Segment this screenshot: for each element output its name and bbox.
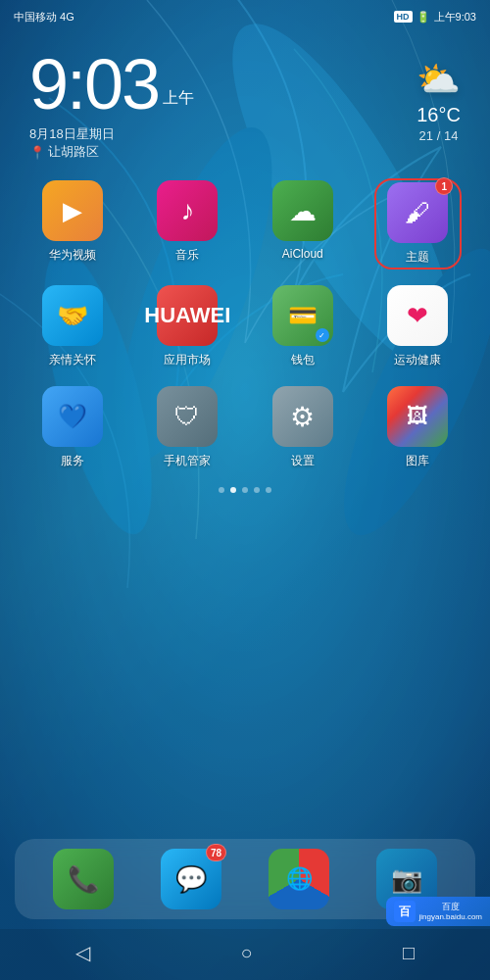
battery-icon: 🔋	[416, 11, 430, 24]
clock-weather-widget: 9:03上午 8月18日星期日 📍 让胡路区 ⛅ 16°C 21 / 14	[0, 29, 490, 171]
messaging-icon: 💬 78	[161, 849, 221, 909]
family-label: 亲情关怀	[49, 352, 96, 368]
app-wallet[interactable]: 💳 ✓ 钱包	[261, 285, 344, 368]
app-row-2: 🤝 亲情关怀 HUAWEI 应用市场 💳 ✓ 钱包	[15, 285, 475, 368]
pagination-dots	[15, 487, 475, 493]
apps-section: ▶ 华为视频 ♪ 音乐 ☁ AiCloud 🖌 1	[0, 171, 490, 839]
gallery-label: 图库	[406, 453, 429, 469]
clock-area: 9:03上午 8月18日星期日 📍 让胡路区	[29, 49, 194, 161]
clock-time-display: 9:03上午	[29, 49, 194, 120]
theme-badge: 1	[435, 177, 453, 195]
family-icon: 🤝	[42, 285, 103, 346]
app-aicloud[interactable]: ☁ AiCloud	[261, 180, 344, 268]
weather-cloud-icon: ⛅	[416, 59, 461, 100]
service-label: 服务	[61, 453, 84, 469]
weather-widget: ⛅ 16°C 21 / 14	[416, 49, 461, 143]
gallery-icon: 🖼	[387, 386, 448, 447]
app-appmarket[interactable]: HUAWEI 应用市场	[146, 285, 229, 368]
appmarket-icon: HUAWEI	[157, 285, 218, 346]
health-label: 运动健康	[394, 352, 441, 368]
app-music[interactable]: ♪ 音乐	[146, 180, 229, 268]
app-service[interactable]: 💙 服务	[30, 386, 114, 469]
time-label: 上午9:03	[434, 10, 476, 24]
health-icon: ❤	[387, 285, 448, 346]
music-icon: ♪	[157, 180, 218, 241]
aicloud-icon: ☁	[272, 180, 333, 241]
huawei-video-label: 华为视频	[49, 247, 96, 264]
app-theme[interactable]: 🖌 1 主题	[376, 180, 460, 268]
app-row-1: ▶ 华为视频 ♪ 音乐 ☁ AiCloud 🖌 1	[15, 180, 475, 268]
baidu-logo: 百	[399, 904, 411, 920]
dot-5	[266, 487, 271, 493]
dot-3	[242, 487, 248, 493]
navigation-bar: ◁ ○ □	[0, 929, 490, 980]
aicloud-label: AiCloud	[282, 247, 323, 261]
settings-label: 设置	[291, 453, 315, 469]
weather-temperature: 16°C	[416, 104, 461, 126]
location-pin-icon: 📍	[29, 145, 45, 160]
dock-phone[interactable]: 📞	[49, 849, 118, 909]
browser-icon: 🌐	[269, 849, 329, 909]
home-button[interactable]: ○	[220, 938, 271, 968]
app-gallery[interactable]: 🖼 图库	[376, 386, 460, 469]
carrier-label: 中国移动 4G	[14, 10, 74, 24]
music-label: 音乐	[175, 247, 199, 264]
app-health[interactable]: ❤ 运动健康	[376, 285, 460, 368]
phonemanager-icon: 🛡	[157, 386, 218, 447]
app-family[interactable]: 🤝 亲情关怀	[30, 285, 114, 368]
app-phonemanager[interactable]: 🛡 手机管家	[146, 386, 229, 469]
huawei-video-icon: ▶	[42, 180, 103, 241]
app-row-3: 💙 服务 🛡 手机管家 ⚙ 设置 🖼 图库	[15, 386, 475, 469]
appmarket-label: 应用市场	[164, 352, 211, 368]
dot-4	[254, 487, 260, 493]
back-button[interactable]: ◁	[56, 937, 110, 968]
clock-ampm: 上午	[163, 89, 194, 106]
service-icon: 💙	[42, 386, 103, 447]
dock-messaging[interactable]: 💬 78	[157, 849, 225, 909]
dot-2	[230, 487, 236, 493]
wallet-label: 钱包	[291, 352, 315, 368]
clock-location: 📍 让胡路区	[29, 143, 194, 161]
weather-range: 21 / 14	[416, 128, 461, 143]
status-bar: 中国移动 4G HD 🔋 上午9:03	[0, 0, 490, 29]
status-right-area: HD 🔋 上午9:03	[394, 10, 476, 24]
theme-icon: 🖌 1	[387, 182, 448, 243]
baidu-badge[interactable]: 百 百度 jingyan.baidu.com	[386, 897, 490, 926]
dock-browser[interactable]: 🌐	[265, 849, 333, 909]
baidu-text: 百度 jingyan.baidu.com	[419, 902, 482, 921]
app-settings[interactable]: ⚙ 设置	[261, 386, 344, 469]
clock-hours-minutes: 9:03	[29, 45, 159, 123]
dot-1	[219, 487, 224, 493]
recent-button[interactable]: □	[383, 938, 434, 968]
theme-label: 主题	[406, 249, 429, 266]
phonemanager-label: 手机管家	[164, 453, 211, 469]
hd-label: HD	[394, 11, 413, 23]
messaging-badge: 78	[206, 844, 226, 861]
clock-date: 8月18日星期日	[29, 125, 194, 143]
phone-icon: 📞	[53, 849, 114, 909]
wallet-icon: 💳 ✓	[272, 285, 333, 346]
app-huawei-video[interactable]: ▶ 华为视频	[30, 180, 114, 268]
settings-icon: ⚙	[272, 386, 333, 447]
